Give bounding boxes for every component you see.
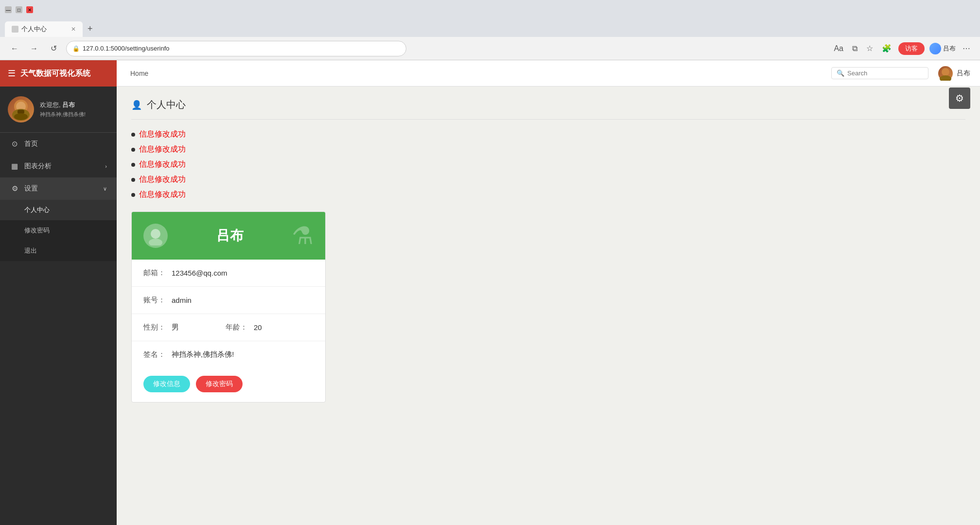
bullet-icon (131, 193, 135, 197)
minimize-btn[interactable]: — (5, 6, 12, 13)
bullet-icon (131, 148, 135, 152)
reader-mode-btn[interactable]: Aa (832, 42, 845, 55)
svg-point-7 (151, 229, 160, 239)
search-box[interactable]: 🔍 (831, 67, 928, 79)
profile-body: 邮箱： 123456@qq.com 账号： admin 性别： 男 年龄： 20 (132, 260, 325, 368)
sidebar-title: 天气数据可视化系统 (20, 69, 90, 79)
success-list: 信息修改成功信息修改成功信息修改成功信息修改成功信息修改成功 (131, 129, 965, 200)
page-header: 👤 个人中心 (131, 98, 965, 120)
sidebar-item-charts[interactable]: ▦ 图表分析 › (0, 155, 117, 177)
profile-actions: 修改信息 修改密码 (132, 368, 325, 402)
bullet-icon (131, 163, 135, 167)
profile-account-row: 账号： admin (132, 287, 325, 314)
extensions-btn[interactable]: 🧩 (880, 42, 893, 55)
profile-header-avatar (143, 224, 168, 248)
sidebar-settings-label: 设置 (24, 184, 38, 193)
page-header-icon: 👤 (131, 100, 142, 110)
edit-password-btn[interactable]: 修改密码 (196, 376, 243, 392)
account-label: 账号： (143, 296, 168, 305)
new-tab-btn[interactable]: + (83, 21, 98, 37)
gender-value: 男 (172, 323, 179, 332)
svg-point-4 (14, 113, 28, 120)
account-value: admin (172, 296, 192, 304)
sidebar-item-settings[interactable]: ⚙ 设置 ∨ (0, 177, 117, 200)
age-value: 20 (254, 323, 262, 332)
user-avatar (8, 96, 34, 122)
signature-value: 神挡杀神,佛挡杀佛! (172, 350, 234, 359)
chart-icon: ▦ (10, 162, 19, 171)
profile-email-row: 邮箱： 123456@qq.com (132, 260, 325, 287)
profile-card: 吕布 ⚗ 邮箱： 123456@qq.com 账号： admin 性别： 男 (131, 211, 326, 402)
back-btn[interactable]: ← (8, 42, 21, 55)
submenu-logout[interactable]: 退出 (0, 241, 117, 261)
url-bar[interactable]: 🔒 127.0.0.1:5000/setting/userinfo (66, 41, 406, 56)
user-signature: 神挡杀神,佛挡杀佛! (40, 111, 109, 118)
bullet-icon (131, 133, 135, 137)
tab-favicon (12, 26, 18, 33)
success-message: 信息修改成功 (131, 129, 965, 140)
split-view-btn[interactable]: ⧉ (850, 42, 859, 55)
browser-user-avatar (929, 43, 941, 54)
maximize-btn[interactable]: □ (16, 6, 22, 13)
user-welcome: 欢迎您, 吕布 (40, 101, 109, 109)
settings-submenu: 个人中心 修改密码 退出 (0, 200, 117, 261)
svg-point-8 (149, 239, 162, 245)
tab-close-btn[interactable]: ✕ (71, 26, 76, 33)
top-nav-avatar (938, 66, 953, 81)
sidebar-menu-icon[interactable]: ☰ (8, 68, 16, 79)
browser-tab[interactable]: 个人中心 ✕ (5, 21, 83, 37)
settings-fab[interactable]: ⚙ (949, 88, 970, 109)
charts-arrow-icon: › (105, 163, 107, 169)
profile-gender-age-row: 性别： 男 年龄： 20 (132, 314, 325, 341)
sidebar-username: 吕布 (62, 101, 75, 108)
top-nav-username: 吕布 (957, 69, 970, 78)
profile-flask-icon: ⚗ (292, 222, 314, 250)
bookmark-btn[interactable]: ☆ (864, 42, 875, 55)
signature-label: 签名： (143, 350, 168, 359)
profile-header: 吕布 ⚗ (132, 212, 325, 260)
browser-user: 吕布 (929, 43, 956, 54)
tab-title: 个人中心 (21, 25, 47, 34)
submenu-profile[interactable]: 个人中心 (0, 200, 117, 220)
url-text: 127.0.0.1:5000/setting/userinfo (83, 45, 170, 52)
sidebar-user: 欢迎您, 吕布 神挡杀神,佛挡杀佛! (0, 87, 117, 133)
sidebar-home-label: 首页 (24, 140, 38, 148)
profile-name: 吕布 (168, 227, 292, 245)
page-title: 个人中心 (147, 98, 186, 111)
menu-btn[interactable]: ⋯ (961, 42, 972, 55)
email-label: 邮箱： (143, 268, 168, 278)
forward-btn[interactable]: → (27, 42, 41, 55)
lock-icon: 🔒 (72, 45, 80, 52)
bullet-icon (131, 178, 135, 182)
top-nav-user: 吕布 (938, 66, 970, 81)
reload-btn[interactable]: ↺ (47, 42, 60, 55)
svg-point-6 (940, 75, 951, 81)
success-message: 信息修改成功 (131, 159, 965, 170)
content-area: 👤 个人中心 信息修改成功信息修改成功信息修改成功信息修改成功信息修改成功 吕布… (117, 87, 980, 525)
sidebar-header: ☰ 天气数据可视化系统 (0, 60, 117, 87)
browser-user-label: 吕布 (943, 44, 956, 53)
visit-btn[interactable]: 访客 (898, 42, 925, 55)
sidebar-item-home[interactable]: ⊙ 首页 (0, 133, 117, 155)
search-icon: 🔍 (837, 70, 844, 77)
settings-arrow-icon: ∨ (103, 186, 107, 192)
success-message: 信息修改成功 (131, 175, 965, 185)
close-btn[interactable]: ✕ (26, 6, 33, 13)
svg-point-5 (942, 68, 949, 76)
search-input[interactable] (847, 70, 923, 77)
submenu-change-password[interactable]: 修改密码 (0, 220, 117, 241)
email-value: 123456@qq.com (172, 269, 227, 277)
settings-icon: ⚙ (10, 184, 19, 193)
sidebar: ☰ 天气数据可视化系统 欢迎您, 吕布 神挡杀神,佛挡杀佛! (0, 60, 117, 525)
success-message: 信息修改成功 (131, 190, 965, 200)
profile-signature-row: 签名： 神挡杀神,佛挡杀佛! (132, 341, 325, 368)
top-nav: Home 🔍 吕布 (117, 60, 980, 87)
main-content: Home 🔍 吕布 ⚙ 👤 个人中心 (117, 60, 980, 525)
user-info: 欢迎您, 吕布 神挡杀神,佛挡杀佛! (40, 101, 109, 118)
success-message: 信息修改成功 (131, 144, 965, 155)
edit-info-btn[interactable]: 修改信息 (143, 376, 190, 392)
age-label: 年龄： (226, 323, 250, 332)
topnav-home-link[interactable]: Home (126, 68, 152, 79)
sidebar-charts-label: 图表分析 (24, 162, 52, 171)
gender-label: 性别： (143, 323, 168, 332)
